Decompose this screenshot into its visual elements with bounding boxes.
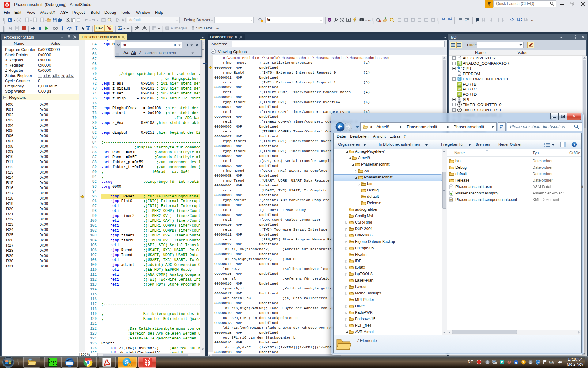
svg-text:Z: Z (67, 74, 69, 77)
svg-text:S: S (537, 361, 539, 364)
svg-text:2: 2 (465, 19, 467, 22)
svg-text:1: 1 (129, 364, 130, 367)
svg-text:g: g (515, 361, 517, 364)
svg-text:T: T (44, 74, 46, 77)
svg-text:V: V (57, 74, 59, 77)
svg-text:I: I (40, 74, 40, 77)
svg-text:<●>: <●> (450, 200, 453, 201)
svg-text:1: 1 (522, 360, 524, 364)
svg-text:S: S (53, 74, 55, 77)
svg-text:?: ? (573, 143, 575, 147)
svg-text:N: N (62, 74, 64, 77)
svg-text:C: C (71, 74, 73, 77)
svg-text:H: H (48, 74, 50, 77)
